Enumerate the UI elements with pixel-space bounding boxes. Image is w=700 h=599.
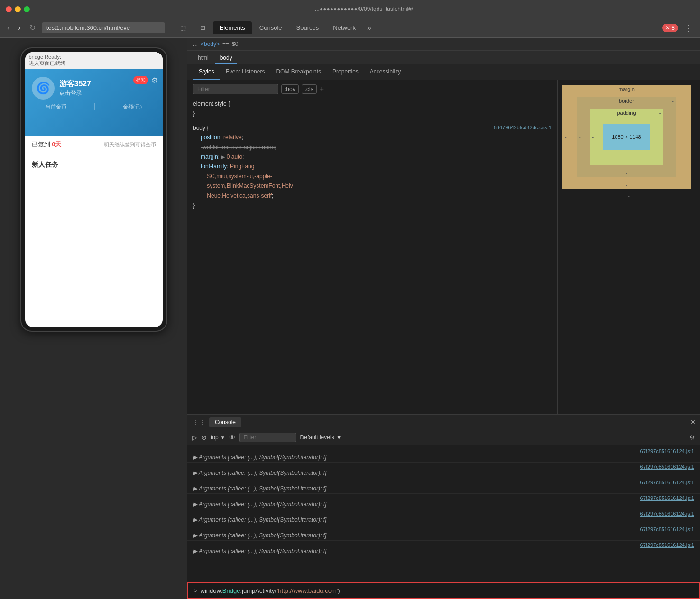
add-style-button[interactable]: +	[320, 85, 324, 93]
margin-dash-b: -	[626, 182, 627, 188]
tab-accessibility[interactable]: Accessibility	[364, 64, 406, 80]
console-gear-icon[interactable]: ⚙	[689, 434, 695, 441]
forward-button[interactable]: ›	[16, 23, 23, 33]
log-source-2[interactable]: 67f297c851616124.js:1	[193, 464, 694, 470]
log-content-6[interactable]: ▶ Arguments [callee: (...), Symbol(Symbo…	[193, 532, 694, 539]
log-content-2[interactable]: ▶ Arguments [callee: (...), Symbol(Symbo…	[193, 470, 694, 476]
border-dash-tr: -	[672, 98, 674, 104]
console-panel: ⋮⋮ Console × ▷ ⊘ top ▼ 👁 Default levels …	[187, 414, 700, 599]
tab-styles[interactable]: Styles	[193, 64, 220, 80]
tab-console[interactable]: Console	[253, 21, 289, 34]
log-source-7[interactable]: 67f297c851616124.js:1	[193, 542, 694, 548]
css-rule-body: body { 66479642bfcd42dc.css:1 position: …	[193, 123, 552, 210]
box-dash-1: -	[562, 193, 695, 199]
log-entry-4: 67f297c851616124.js:1 ▶ Arguments [calle…	[187, 494, 700, 509]
levels-chevron: ▼	[336, 434, 342, 441]
log-content-7[interactable]: ▶ Arguments [callee: (...), Symbol(Symbo…	[193, 548, 694, 554]
margin-label: margin	[618, 86, 635, 92]
reload-button[interactable]: ↻	[27, 22, 38, 33]
tab-event-listeners[interactable]: Event Listeners	[220, 64, 271, 80]
hov-button[interactable]: :hov	[281, 84, 299, 94]
console-input-row[interactable]: > window.Bridge.jumpActivity('http://www…	[187, 582, 700, 599]
more-tabs-button[interactable]: »	[363, 22, 375, 34]
box-border-layer: border - - - padding - - -	[577, 97, 676, 177]
input-method: .jumpActivity(	[240, 587, 276, 594]
css-body-close: }	[193, 202, 195, 209]
input-window: window.	[201, 587, 222, 594]
devtools-pane: ... <body> == $0 html body Styles Event …	[187, 38, 700, 599]
input-bridge: Bridge	[222, 587, 240, 594]
breadcrumb-equals: ==	[222, 41, 229, 47]
tab-sources[interactable]: Sources	[290, 21, 326, 34]
browser-toolbar: ‹ › ↻ test1.mobilem.360.cn/html/eve ⬚ ⊡ …	[0, 18, 700, 38]
log-entry-5: 67f297c851616124.js:1 ▶ Arguments [calle…	[187, 509, 700, 525]
css-prop-webkit: -webkit-text-size-adjust: none;	[193, 143, 552, 152]
border-label: border	[619, 98, 634, 104]
maximize-button[interactable]	[24, 6, 30, 12]
box-content: 1080 × 1148	[603, 124, 650, 150]
breadcrumb-dollar: $0	[232, 41, 238, 47]
console-close-button[interactable]: ×	[691, 418, 695, 427]
address-bar[interactable]: test1.mobilem.360.cn/html/eve	[42, 22, 165, 33]
breadcrumb-tag[interactable]: <body>	[201, 41, 220, 47]
notification-badge: 提知	[133, 76, 148, 84]
css-prop-margin: margin: ▶ 0 auto;	[193, 152, 552, 162]
log-entry-3: 67f297c851616124.js:1 ▶ Arguments [calle…	[187, 478, 700, 494]
drag-icon: ⋮⋮	[192, 418, 205, 426]
console-input-text[interactable]: window.Bridge.jumpActivity('http://www.b…	[201, 587, 340, 594]
cls-button[interactable]: .cls	[302, 84, 317, 94]
tab-dom-breakpoints[interactable]: DOM Breakpoints	[270, 64, 327, 80]
run-button[interactable]: ▷	[192, 434, 197, 441]
back-button[interactable]: ‹	[5, 23, 12, 33]
log-source-1[interactable]: 67f297c851616124.js:1	[193, 448, 694, 454]
balance-amount-label: 金额(元)	[123, 103, 142, 110]
minimize-button[interactable]	[15, 6, 21, 12]
balance-amount: 金额(元)	[123, 103, 142, 110]
log-entry-2: 67f297c851616124.js:1 ▶ Arguments [calle…	[187, 463, 700, 478]
username: 游客3527	[59, 79, 92, 89]
context-selector[interactable]: top ▼	[211, 434, 225, 441]
css-selector: element.style {	[193, 100, 230, 107]
log-source-5[interactable]: 67f297c851616124.js:1	[193, 511, 694, 517]
eye-icon[interactable]: 👁	[229, 434, 236, 441]
tab-elements[interactable]: Elements	[213, 21, 252, 34]
filter-input[interactable]	[193, 84, 278, 94]
log-entry-6: 67f297c851616124.js:1 ▶ Arguments [calle…	[187, 525, 700, 541]
log-source-3[interactable]: 67f297c851616124.js:1	[193, 480, 694, 485]
log-content-4[interactable]: ▶ Arguments [callee: (...), Symbol(Symbo…	[193, 501, 694, 508]
levels-dropdown[interactable]: Default levels ▼	[300, 434, 342, 441]
console-filter-input[interactable]	[239, 433, 296, 442]
tab-properties[interactable]: Properties	[327, 64, 364, 80]
tab-device[interactable]: ⊡	[193, 21, 212, 34]
padding-dash-tr: -	[659, 110, 661, 116]
tab-body[interactable]: body	[215, 53, 237, 64]
tab-inspect[interactable]: ⬚	[174, 21, 193, 34]
gear-icon[interactable]: ⚙	[151, 76, 158, 85]
style-tabs: Styles Event Listeners DOM Breakpoints P…	[187, 64, 700, 80]
console-drag-handle: ⋮⋮	[192, 418, 205, 426]
login-label[interactable]: 点击登录	[59, 89, 92, 97]
log-entry-7: 67f297c851616124.js:1 ▶ Arguments [calle…	[187, 541, 700, 556]
log-content-3[interactable]: ▶ Arguments [callee: (...), Symbol(Symbo…	[193, 485, 694, 492]
console-title-tab[interactable]: Console	[209, 417, 241, 427]
close-button[interactable]	[6, 6, 12, 12]
clear-button[interactable]: ⊘	[201, 434, 207, 441]
styles-panel: :hov .cls + element.style { } body { 664…	[187, 80, 558, 414]
phone-screen: bridge Ready: 进入页面已就绪 🌀 游客3527 点击登录 提知 ⚙	[25, 52, 163, 327]
console-prompt: >	[194, 587, 198, 594]
border-dash-b: -	[626, 170, 627, 176]
signin-bar: 已签到 0天 明天继续签到可得金币	[25, 136, 163, 154]
tab-html[interactable]: html	[193, 53, 213, 64]
log-content-5[interactable]: ▶ Arguments [callee: (...), Symbol(Symbo…	[193, 517, 694, 523]
css-source-link[interactable]: 66479642bfcd42dc.css:1	[494, 123, 552, 133]
debug-text-line2: 进入页面已就绪	[29, 60, 159, 67]
log-source-6[interactable]: 67f297c851616124.js:1	[193, 526, 694, 532]
tab-network[interactable]: Network	[326, 21, 362, 34]
log-content-1[interactable]: ▶ Arguments [callee: (...), Symbol(Symbo…	[193, 454, 694, 461]
box-model-container: margin - - - border - - - padding	[562, 85, 691, 189]
menu-button[interactable]: ⋮	[682, 23, 695, 33]
error-count: 8	[672, 25, 675, 31]
log-source-4[interactable]: 67f297c851616124.js:1	[193, 495, 694, 501]
content-size: 1080 × 1148	[612, 134, 641, 140]
filter-row: :hov .cls +	[193, 84, 552, 94]
